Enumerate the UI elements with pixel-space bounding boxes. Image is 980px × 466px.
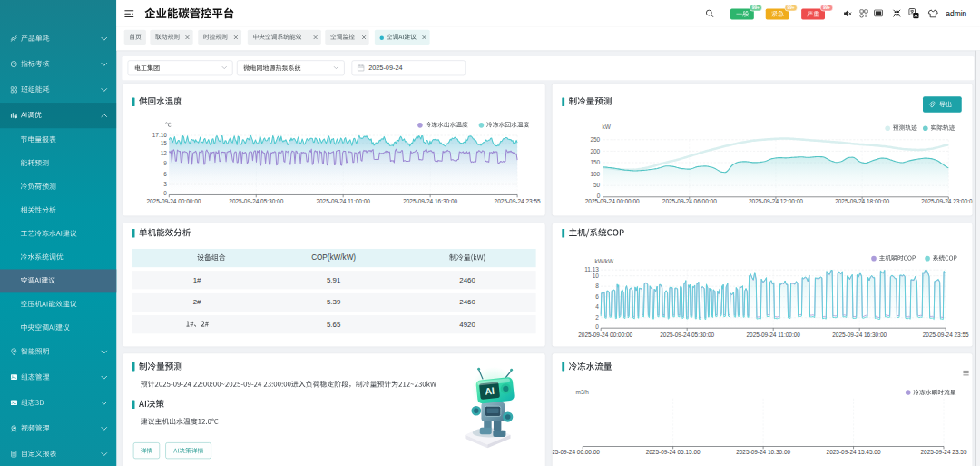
svg-text:50: 50 bbox=[593, 182, 601, 188]
svg-text:2025-09-24 23:55: 2025-09-24 23:55 bbox=[495, 198, 541, 204]
svg-text:17.16: 17.16 bbox=[152, 132, 168, 138]
svg-text:2025-09-24 00:00:00: 2025-09-24 00:00:00 bbox=[553, 449, 601, 455]
svg-text:2025-09-24 05:30:00: 2025-09-24 05:30:00 bbox=[660, 331, 714, 337]
svg-text:2: 2 bbox=[595, 314, 599, 321]
svg-text:11.13: 11.13 bbox=[584, 266, 599, 273]
svg-text:4: 4 bbox=[595, 303, 599, 310]
svg-text:12: 12 bbox=[161, 150, 168, 156]
svg-text:2025-09-24 05:15:00: 2025-09-24 05:15:00 bbox=[646, 449, 701, 455]
svg-text:3: 3 bbox=[163, 181, 167, 187]
svg-text:2025-09-24 00:00:00: 2025-09-24 00:00:00 bbox=[585, 198, 640, 204]
svg-text:6: 6 bbox=[595, 293, 599, 300]
svg-text:200: 200 bbox=[590, 147, 600, 154]
svg-text:2025-09-24 18:00:00: 2025-09-24 18:00:00 bbox=[835, 198, 889, 204]
svg-text:2025-09-24 16:30:00: 2025-09-24 16:30:00 bbox=[832, 331, 887, 337]
svg-text:2025-09-24 00:00:00: 2025-09-24 00:00:00 bbox=[578, 331, 632, 337]
svg-text:2025-09-24 23:00:00: 2025-09-24 23:00:00 bbox=[921, 198, 972, 204]
svg-text:9: 9 bbox=[163, 160, 167, 166]
svg-text:10: 10 bbox=[593, 273, 600, 279]
svg-text:2025-09-24 15:45:00: 2025-09-24 15:45:00 bbox=[827, 449, 881, 455]
svg-text:2025-09-24 06:00:00: 2025-09-24 06:00:00 bbox=[662, 198, 717, 204]
svg-text:8: 8 bbox=[595, 283, 599, 289]
svg-text:2025-09-24 23:55: 2025-09-24 23:55 bbox=[923, 331, 969, 337]
svg-text:2025-09-24 16:30:00: 2025-09-24 16:30:00 bbox=[403, 198, 457, 204]
svg-text:0: 0 bbox=[595, 323, 599, 330]
svg-text:15: 15 bbox=[161, 139, 168, 145]
svg-text:0: 0 bbox=[163, 190, 167, 196]
svg-text:2025-09-24 12:00:00: 2025-09-24 12:00:00 bbox=[749, 198, 803, 204]
svg-text:2025-09-24 05:30:00: 2025-09-24 05:30:00 bbox=[229, 198, 283, 204]
svg-text:2025-09-24 23:55: 2025-09-24 23:55 bbox=[921, 449, 967, 455]
svg-text:150: 150 bbox=[590, 159, 600, 165]
svg-text:AI: AI bbox=[485, 385, 495, 397]
svg-text:2025-09-24 10:30:00: 2025-09-24 10:30:00 bbox=[736, 449, 790, 455]
svg-text:6: 6 bbox=[163, 171, 167, 177]
svg-text:2025-09-24 11:00:00: 2025-09-24 11:00:00 bbox=[746, 331, 800, 337]
svg-text:100: 100 bbox=[590, 171, 600, 177]
svg-text:2025-09-24 00:00:00: 2025-09-24 00:00:00 bbox=[146, 198, 201, 204]
svg-text:2025-09-24 11:00:00: 2025-09-24 11:00:00 bbox=[316, 198, 370, 204]
svg-text:250: 250 bbox=[590, 136, 600, 143]
